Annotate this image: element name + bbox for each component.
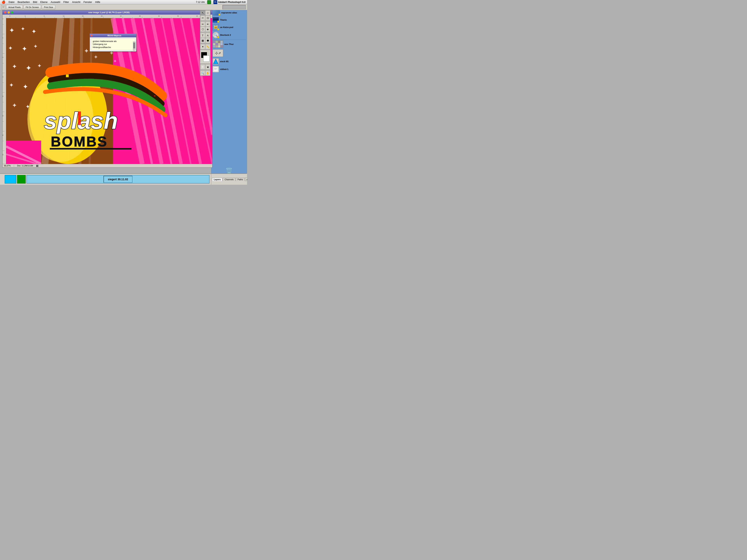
tool-separator-1 — [200, 21, 210, 21]
dialog-scrollbar[interactable] — [133, 42, 135, 51]
svg-text:24: 24 — [2, 134, 3, 136]
bc1 — [213, 41, 215, 43]
info-dialog: Michel Majerus grobes Halbtoneraste als … — [90, 34, 136, 52]
tool-row-zoom: 🔍 ✋ — [200, 71, 210, 76]
programme-alias-label: rogramme alias — [221, 11, 237, 14]
menu-filter[interactable]: Filter — [63, 1, 69, 3]
browse-thumbnail — [213, 41, 223, 48]
move-tool[interactable]: ↖ — [200, 10, 205, 16]
katze-badge — [217, 28, 219, 30]
svg-rect-100 — [50, 148, 131, 150]
select-tool-thumbnail: ⊹ ↗ — [213, 49, 223, 57]
fit-on-screen-button[interactable]: Fit On Screen — [24, 5, 41, 9]
sherlock-label: Sherlock 2 — [220, 34, 231, 36]
svg-text:✦: ✦ — [22, 45, 27, 53]
eyedropper-tool[interactable]: ✦ — [200, 44, 205, 49]
tool-separator-5 — [200, 63, 210, 64]
untitled-label: ntitled-1. — [220, 68, 229, 71]
apple-menu[interactable]: 🍎 — [2, 0, 5, 4]
bc11 — [218, 45, 221, 48]
brush-tool[interactable]: ✏ — [200, 22, 205, 27]
menu-right: 7:12 Uhr PS Adobe® Photoshop® 6.0 — [196, 0, 246, 4]
bc2 — [215, 41, 218, 43]
sherlock-badge — [217, 36, 219, 38]
ps-app-name: Adobe® Photoshop® 6.0 — [218, 1, 246, 3]
network-icon — [207, 0, 211, 4]
taskbar-app-icon[interactable] — [17, 175, 26, 184]
canvas-window: new image 1.psd @ 66,7% (Layer 1,RGB) ▭ … — [2, 10, 212, 168]
maximize-button[interactable] — [11, 11, 14, 14]
close-button[interactable] — [4, 11, 6, 14]
lasso-tool[interactable]: ⊹ — [205, 10, 210, 16]
bc12 — [221, 45, 223, 48]
svg-text:40: 40 — [196, 16, 198, 17]
svg-text:✦: ✦ — [33, 43, 38, 49]
status-arrow[interactable]: ▶ — [36, 165, 38, 167]
browse-icon-item[interactable]: wse Thur — [211, 40, 247, 49]
eraser-tool[interactable]: ✒ — [205, 22, 210, 27]
select-tool-icon-item[interactable]: ⊹ ↗ — [211, 49, 247, 58]
menu-ansicht[interactable]: Ansicht — [72, 1, 80, 3]
print-size-button[interactable]: Print Size — [42, 5, 55, 9]
taskbar-main-area[interactable]: siegert 30.11.02 — [26, 175, 209, 184]
crop-tool[interactable]: ✂ — [200, 16, 205, 20]
svg-text:16: 16 — [2, 96, 3, 97]
svg-text:8: 8 — [2, 57, 3, 58]
sherlock-icon-item[interactable]: 🔍 Sherlock 2 — [211, 31, 247, 39]
quick-mask-mode[interactable]: ⬜ — [200, 64, 205, 70]
tool-separator-3 — [200, 43, 210, 44]
screen-mode[interactable]: ▣ — [205, 64, 210, 70]
menu-auswahl[interactable]: Auswahl — [51, 1, 60, 3]
color-swatch-area — [200, 50, 210, 63]
menu-bearbeiten[interactable]: Bearbeiten — [18, 1, 30, 3]
magic-wand-tool[interactable]: ⊡ — [205, 16, 210, 20]
untitled-icon-item[interactable]: ntitled-1. — [211, 65, 247, 73]
svg-text:16: 16 — [82, 16, 83, 17]
titanic-icon-item[interactable]: Titanic — [211, 16, 247, 23]
menu-hilfe[interactable]: Hilfe — [95, 1, 100, 3]
hand-tool-box[interactable]: ✋ — [205, 71, 210, 76]
annotation-tool[interactable]: A — [205, 33, 210, 38]
info-dialog-content: grobes Halbtoneraste als Uebergang zur H… — [91, 38, 135, 50]
canvas-area[interactable]: ✦ ✦ ✦ ✦ ✦ ✦ ✦ ✦ ✦ ✦ ✦ ✦ ✦ ✦ ✦ ✦ — [6, 18, 212, 164]
svg-text:8: 8 — [44, 16, 45, 17]
svg-text:✦: ✦ — [9, 26, 15, 34]
layer-up-icon[interactable]: ▲ — [245, 178, 247, 181]
taskbar-cyan-left[interactable] — [5, 175, 16, 184]
katze-icon-item[interactable]: 🐱 ue Katze.psd — [211, 23, 247, 31]
info-line2: Uebergang zur — [93, 43, 133, 46]
menu-ebene[interactable]: Ebene — [40, 1, 48, 3]
svg-text:✦: ✦ — [21, 26, 25, 32]
text-tool[interactable]: T — [200, 33, 205, 38]
menu-datei[interactable]: Datei — [8, 1, 15, 3]
pen-tool[interactable]: ◈ — [205, 27, 210, 32]
zoom-tool[interactable]: 🔍 — [200, 71, 205, 76]
bc3 — [218, 41, 221, 43]
shape-tool[interactable]: ⬡ — [200, 27, 205, 32]
eieck-thumbnail — [213, 58, 219, 64]
channels-tab[interactable]: Channels — [223, 178, 235, 181]
gradient-tool[interactable]: ▦ — [200, 38, 205, 43]
actual-pixels-button[interactable]: Actual Pixels — [6, 5, 23, 9]
svg-text:24: 24 — [120, 16, 122, 17]
ps-icon: PS — [213, 0, 217, 4]
paint-bucket-tool[interactable]: ⬟ — [205, 38, 210, 43]
svg-text:✦: ✦ — [31, 28, 36, 35]
svg-text:✦: ✦ — [12, 102, 17, 109]
minimize-button[interactable] — [7, 11, 10, 14]
dialog-close-button[interactable] — [91, 35, 93, 36]
svg-text:BOMBS: BOMBS — [51, 134, 108, 149]
scrollbar-thumb[interactable] — [133, 43, 135, 48]
marquee-icon: ⊹ — [215, 51, 218, 55]
paths-tab[interactable]: Paths — [236, 178, 245, 181]
eieck-label: eieck 60. — [220, 60, 229, 62]
background-color[interactable] — [203, 55, 209, 62]
layers-tab[interactable]: Layers — [212, 178, 222, 181]
layers-panel: Layers Channels Paths ▲ ▼ — [211, 174, 247, 185]
eieck-icon-item[interactable]: eieck 60. — [211, 58, 247, 65]
menu-fenster[interactable]: Fenster — [83, 1, 92, 3]
measure-tool[interactable]: 📏 — [205, 44, 210, 49]
hand-tool[interactable]: ☞ — [1, 5, 5, 9]
svg-rect-94 — [78, 111, 81, 125]
menu-bild[interactable]: Bild — [33, 1, 37, 3]
